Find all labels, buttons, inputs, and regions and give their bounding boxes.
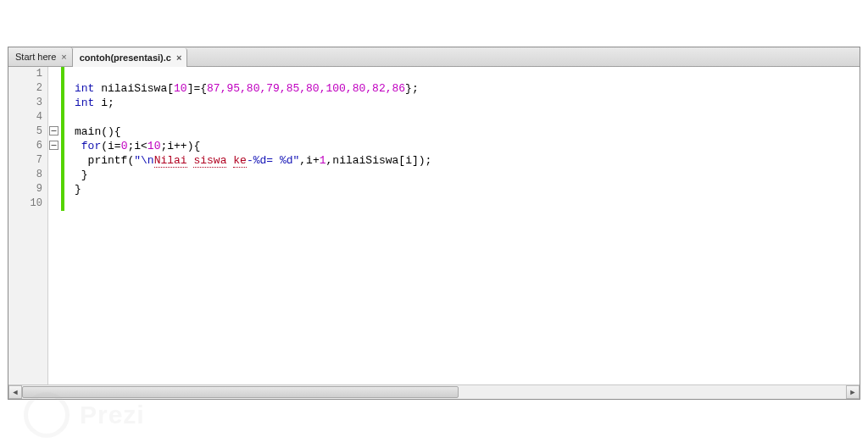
code-line[interactable]: int i; (75, 96, 860, 110)
chevron-right-icon: ► (849, 388, 857, 396)
blank-top (0, 0, 868, 47)
line-number: 10 (8, 196, 47, 211)
code-line[interactable] (75, 196, 860, 211)
fold-toggle-icon[interactable] (49, 141, 58, 150)
scroll-track[interactable] (22, 385, 846, 399)
tab-label: Start here (15, 52, 56, 62)
tab-start-here[interactable]: Start here × (8, 47, 73, 66)
line-number: 2 (8, 81, 47, 96)
code-line[interactable]: main(){ (75, 124, 860, 139)
line-number: 9 (8, 182, 47, 196)
code-lines[interactable]: int nilaiSiswa[10]={87,95,80,79,85,80,10… (75, 67, 860, 211)
code-line[interactable] (75, 67, 860, 81)
code-line[interactable] (75, 110, 860, 124)
close-icon[interactable]: × (61, 52, 66, 62)
line-number: 7 (8, 153, 47, 168)
code-line[interactable]: for(i=0;i<10;i++){ (75, 139, 860, 153)
scroll-right-button[interactable]: ► (846, 385, 860, 399)
line-number: 4 (8, 110, 47, 124)
line-number: 1 (8, 67, 47, 81)
line-number: 3 (8, 96, 47, 110)
line-number: 5 (8, 124, 47, 139)
fold-strip (47, 67, 73, 385)
line-number-gutter: 1 2 3 4 5 6 7 8 9 10 (8, 67, 48, 385)
line-number: 6 (8, 139, 47, 153)
chevron-left-icon: ◄ (12, 388, 19, 396)
tab-contoh-presentasi[interactable]: contoh(presentasi).c × (73, 48, 188, 67)
code-line[interactable]: } (75, 182, 860, 196)
prezi-watermark: Prezi (24, 392, 145, 438)
scroll-left-button[interactable]: ◄ (8, 385, 22, 399)
editor-window: Start here × contoh(presentasi).c × 1 2 … (8, 47, 860, 400)
logo-text: Prezi (80, 401, 145, 429)
tab-label: contoh(presentasi).c (80, 53, 171, 63)
code-line[interactable]: } (75, 168, 860, 182)
close-icon[interactable]: × (176, 53, 181, 63)
logo-circle-icon (24, 392, 70, 438)
code-line[interactable]: int nilaiSiswa[10]={87,95,80,79,85,80,10… (75, 81, 860, 96)
tab-bar: Start here × contoh(presentasi).c × (8, 47, 860, 67)
line-number: 8 (8, 168, 47, 182)
code-line[interactable]: printf("\nNilai siswa ke-%d= %d",i+1,nil… (75, 153, 860, 168)
fold-toggle-icon[interactable] (49, 126, 58, 136)
code-area[interactable]: 1 2 3 4 5 6 7 8 9 10 int nilaiSiswa[10]=… (8, 67, 860, 385)
